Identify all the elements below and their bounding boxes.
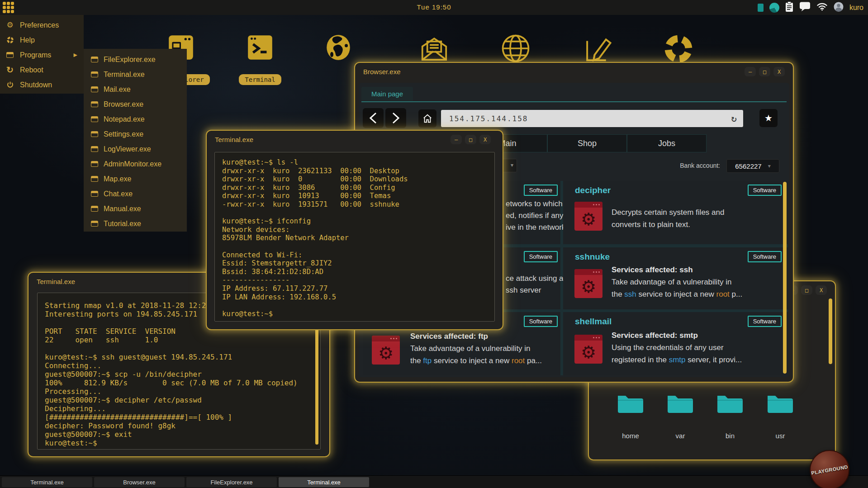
software-card-shellmail[interactable]: shellmail Software ⚙ Services affected: …: [563, 312, 788, 375]
submenu-item-notepad[interactable]: Notepad.exe: [84, 112, 187, 127]
scrollbar[interactable]: [829, 298, 832, 364]
submenu-item-adminmonitor[interactable]: AdminMonitor.exe: [84, 156, 187, 171]
taskbar-button-fileexplorer[interactable]: FileExplorer.exe: [186, 477, 277, 487]
bookmark-button[interactable]: ★: [759, 109, 778, 127]
battery-icon: [758, 4, 764, 12]
folder-bin[interactable]: bin: [708, 390, 752, 440]
gear-icon: ⚙: [574, 341, 602, 364]
card-heading: Services affected: ftp: [410, 330, 542, 342]
menu-item-programs[interactable]: Programs ▶: [0, 47, 84, 62]
url-input[interactable]: 154.175.144.158 ↻: [441, 110, 743, 127]
submenu-item-settings[interactable]: Settings.exe: [84, 127, 187, 142]
window-title: Terminal.exe: [37, 278, 75, 285]
folder-icon: [616, 390, 645, 416]
scrollbar[interactable]: [783, 182, 787, 374]
terminal-output-panel: kuro@test:~$ ls -l drwxr-xr-x kuro 23621…: [214, 152, 495, 322]
submenu-item-fileexplorer[interactable]: FileExplorer.exe: [84, 52, 187, 67]
browser-page-tab[interactable]: Main page: [361, 87, 413, 101]
folder-home[interactable]: home: [609, 390, 652, 440]
desktop-icon-map[interactable]: [320, 33, 356, 64]
card-text-fragment: etworks to which ed, notifies if any ive…: [506, 198, 572, 233]
gear-icon: ⚙: [5, 20, 14, 30]
submenu-item-mail[interactable]: Mail.exe: [84, 82, 187, 97]
mail-icon: [418, 33, 450, 66]
card-text-fragment: ce attack using a ssh server: [506, 273, 564, 296]
desktop-icon-browser[interactable]: [498, 33, 534, 66]
maximize-button[interactable]: □: [759, 67, 770, 76]
submenu-item-map[interactable]: Map.exe: [84, 171, 187, 186]
url-text: 154.175.144.158: [449, 114, 528, 123]
desktop-icon-terminal[interactable]: Terminal: [242, 33, 278, 85]
software-badge: Software: [524, 316, 558, 327]
desktop-icon-label: Terminal: [239, 74, 281, 85]
maximize-button[interactable]: □: [801, 285, 812, 295]
forward-button[interactable]: [385, 108, 406, 128]
window-icon: [91, 116, 98, 122]
username: kuro: [849, 4, 863, 12]
programs-submenu: FileExplorer.exe Terminal.exe Mail.exe B…: [84, 49, 187, 232]
card-heading: Services affected: ssh: [612, 264, 742, 276]
menu-item-shutdown[interactable]: Shutdown: [0, 77, 84, 92]
close-button[interactable]: X: [479, 135, 491, 144]
desktop-icon-notepad[interactable]: [579, 33, 615, 66]
folder-usr[interactable]: usr: [759, 390, 802, 440]
chevron-down-icon: ▾: [768, 163, 771, 169]
window-icon: [91, 101, 98, 107]
browser-titlebar[interactable]: Browser.exe – □ X: [355, 63, 793, 80]
maximize-button[interactable]: □: [465, 135, 476, 144]
tab-jobs[interactable]: Jobs: [627, 134, 707, 152]
tab-shop[interactable]: Shop: [547, 134, 627, 152]
gear-icon: ⚙: [574, 208, 602, 231]
minimize-button[interactable]: –: [745, 67, 756, 76]
minimize-button[interactable]: –: [451, 135, 462, 144]
folder-label: home: [622, 432, 639, 440]
avatar[interactable]: [834, 2, 844, 14]
software-badge: Software: [524, 251, 558, 262]
folder-icon: [666, 390, 695, 416]
submenu-item-browser[interactable]: Browser.exe: [84, 97, 187, 112]
submenu-item-logviewer[interactable]: LogViewer.exe: [84, 142, 187, 156]
submenu-item-terminal[interactable]: Terminal.exe: [84, 67, 187, 82]
submenu-item-tutorial[interactable]: Tutorial.exe: [84, 216, 187, 231]
disk-usage-icon: [769, 3, 779, 13]
submenu-item-manual[interactable]: Manual.exe: [84, 201, 187, 216]
taskbar-button-terminal-1[interactable]: Terminal.exe: [2, 477, 92, 487]
submenu-item-chat[interactable]: Chat.exe: [84, 186, 187, 201]
close-button[interactable]: X: [816, 285, 827, 295]
menu-item-help[interactable]: Help: [0, 33, 84, 47]
refresh-icon[interactable]: ↻: [731, 113, 737, 124]
home-button[interactable]: [418, 109, 436, 128]
wifi-icon[interactable]: [816, 2, 828, 13]
menu-item-preferences[interactable]: ⚙ Preferences: [0, 18, 84, 33]
menu-item-reboot[interactable]: ↻ Reboot: [0, 62, 84, 77]
window-icon: [91, 71, 98, 77]
window-icon: [91, 131, 98, 137]
card-heading: Services affected: smtp: [612, 329, 742, 341]
bank-account-dropdown[interactable]: 6562227 ▾: [726, 159, 779, 173]
clipboard-icon[interactable]: [785, 1, 793, 14]
close-button[interactable]: X: [773, 67, 785, 76]
software-card-sshnuke[interactable]: sshnuke Software ⚙ Services affected: ss…: [563, 247, 788, 309]
clock: Tue 19:50: [0, 3, 868, 11]
back-button[interactable]: [363, 108, 384, 128]
software-card-decipher[interactable]: decipher Software ⚙ Decrypts certain sys…: [563, 181, 788, 244]
window-icon: [91, 57, 98, 62]
folder-var[interactable]: var: [659, 390, 702, 440]
window-icon: [91, 191, 98, 197]
gear-icon: ⚙: [372, 341, 400, 365]
taskbar: Terminal.exe Browser.exe FileExplorer.ex…: [0, 475, 868, 488]
terminal-titlebar[interactable]: Terminal.exe – □ X: [207, 131, 503, 148]
chat-icon[interactable]: [799, 1, 811, 14]
globe-icon: [500, 33, 531, 66]
software-badge: Software: [748, 185, 782, 196]
taskbar-button-browser[interactable]: Browser.exe: [94, 477, 185, 487]
window-icon: [91, 176, 98, 182]
lifesaver-icon: [5, 36, 14, 44]
terminal-icon: [245, 33, 275, 64]
folder-label: usr: [776, 432, 785, 440]
desktop-icon-mail[interactable]: [416, 33, 452, 66]
taskbar-button-terminal-2[interactable]: Terminal.exe: [279, 477, 369, 487]
gear-icon: ⚙: [574, 275, 602, 298]
bank-account-label: Bank account:: [680, 162, 720, 169]
folder-label: bin: [726, 432, 735, 440]
